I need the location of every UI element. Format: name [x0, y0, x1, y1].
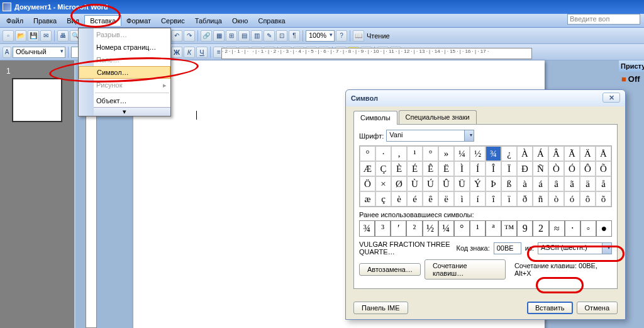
symbol-cell[interactable]: Ý — [470, 176, 486, 191]
symbol-cell[interactable]: ¼ — [454, 146, 470, 161]
read-layout-button[interactable]: 📖 — [353, 30, 364, 42]
symbol-cell[interactable]: ã — [564, 176, 580, 191]
hyperlink-button[interactable]: 🔗 — [201, 30, 212, 42]
style-combo[interactable]: Обычный — [13, 47, 65, 58]
symbol-cell[interactable]: ë — [438, 191, 454, 206]
symbol-cell[interactable]: ó — [564, 191, 580, 206]
drawing-button[interactable]: ✎ — [264, 30, 275, 42]
symbol-cell[interactable]: Û — [438, 176, 454, 191]
recent-symbol-cell[interactable]: · — [565, 220, 580, 237]
new-doc-button[interactable]: ▫ — [3, 30, 14, 42]
symbol-cell[interactable]: ç — [375, 191, 391, 206]
tables-button[interactable]: ▦ — [213, 30, 225, 42]
symbol-cell[interactable]: Ä — [580, 146, 596, 161]
symbol-cell[interactable]: ï — [501, 191, 517, 206]
permission-button[interactable]: ✉ — [40, 30, 52, 42]
open-button[interactable]: 📂 — [15, 30, 26, 42]
dd-break[interactable]: Разрыв… — [79, 28, 170, 41]
symbol-cell[interactable]: Ò — [548, 161, 564, 176]
menu-help[interactable]: Справка — [253, 16, 290, 26]
symbol-cell[interactable]: à — [517, 176, 533, 191]
undo-button[interactable]: ↶ — [171, 30, 182, 42]
menu-window[interactable]: Окно — [227, 16, 253, 26]
underline-button[interactable]: Ч — [196, 47, 208, 58]
symbol-cell[interactable]: ß — [501, 176, 517, 191]
menu-insert[interactable]: Вставка — [84, 15, 121, 26]
symbol-cell[interactable]: ½ — [470, 146, 486, 161]
symbol-cell[interactable]: × — [375, 176, 391, 191]
symbol-cell[interactable]: À — [517, 146, 533, 161]
symbol-cell[interactable]: Ñ — [533, 161, 548, 176]
recent-symbol-cell[interactable]: ½ — [423, 220, 438, 237]
code-input[interactable]: 00BE — [494, 242, 521, 254]
symbol-cell[interactable]: Ü — [454, 176, 470, 191]
cancel-button[interactable]: Отмена — [577, 302, 618, 314]
menu-table[interactable]: Таблица — [190, 16, 227, 26]
symbol-cell[interactable]: ¹ — [407, 146, 423, 161]
symbol-cell[interactable]: ñ — [533, 191, 548, 206]
insert-table-button[interactable]: ⊞ — [226, 30, 237, 42]
recent-symbol-cell[interactable]: 9 — [517, 220, 533, 237]
symbol-cell[interactable]: í — [470, 191, 486, 206]
menu-view[interactable]: Вид — [62, 16, 84, 26]
symbol-cell[interactable]: á — [533, 176, 548, 191]
symbol-cell[interactable]: î — [486, 191, 501, 206]
redo-button[interactable]: ↷ — [184, 30, 195, 42]
symbol-cell[interactable]: å — [596, 176, 611, 191]
recent-symbol-cell[interactable]: ≈ — [549, 220, 565, 237]
recent-symbol-cell[interactable]: ³ — [375, 220, 391, 237]
symbol-cell[interactable]: Â — [548, 146, 564, 161]
zoom-combo[interactable]: 100% — [306, 30, 335, 42]
save-button[interactable]: 💾 — [28, 30, 39, 42]
columns-button[interactable]: ▥ — [251, 30, 262, 42]
symbol-cell[interactable]: ô — [580, 191, 596, 206]
ime-button[interactable]: Панель IME — [353, 302, 408, 314]
symbol-cell[interactable]: É — [407, 161, 423, 176]
recent-symbol-cell[interactable]: ¼ — [438, 220, 454, 237]
symbol-cell[interactable]: ¾ — [486, 146, 501, 161]
recent-symbol-cell[interactable]: ● — [596, 220, 612, 237]
symbol-cell[interactable]: ê — [423, 191, 438, 206]
tab-symbols[interactable]: Символы — [353, 111, 397, 125]
shortcut-button[interactable]: Сочетание клавиш… — [425, 259, 506, 280]
symbol-cell[interactable]: · — [375, 146, 391, 161]
recent-symbol-cell[interactable]: 2 — [533, 220, 548, 237]
symbol-cell[interactable]: Ø — [391, 176, 407, 191]
office-online[interactable]: ■ Off — [619, 72, 644, 86]
menu-tools[interactable]: Сервис — [156, 16, 190, 26]
close-button[interactable]: ✕ — [602, 93, 620, 103]
symbol-cell[interactable]: è — [391, 191, 407, 206]
symbol-cell[interactable]: ¿ — [501, 146, 517, 161]
help-button[interactable]: ? — [336, 30, 347, 42]
symbol-cell[interactable]: Î — [486, 161, 501, 176]
symbol-cell[interactable]: Ð — [517, 161, 533, 176]
page-thumbnail[interactable] — [12, 78, 62, 122]
dd-object[interactable]: Объект… — [79, 94, 170, 107]
symbol-cell[interactable]: Ù — [407, 176, 423, 191]
recent-symbol-cell[interactable]: ◦ — [580, 220, 596, 237]
dialog-title[interactable]: Символ ✕ — [346, 90, 625, 106]
symbol-cell[interactable]: æ — [360, 191, 375, 206]
menu-edit[interactable]: Правка — [28, 16, 62, 26]
symbol-cell[interactable]: Ï — [501, 161, 517, 176]
symbol-cell[interactable]: â — [548, 176, 564, 191]
recent-symbol-cell[interactable]: ° — [454, 220, 470, 237]
symbol-cell[interactable]: Ã — [564, 146, 580, 161]
symbol-cell[interactable]: Õ — [596, 161, 611, 176]
from-combo[interactable]: ASCII (шестн.) — [538, 242, 612, 254]
print-button[interactable]: 🖶 — [57, 30, 69, 42]
font-combo[interactable]: Vani — [386, 130, 474, 142]
symbol-cell[interactable]: Ì — [454, 161, 470, 176]
insert-button[interactable]: Вставить — [527, 302, 573, 314]
symbol-cell[interactable]: Ú — [423, 176, 438, 191]
symbol-cell[interactable]: é — [407, 191, 423, 206]
recent-symbol-cell[interactable]: ¾ — [359, 220, 375, 237]
menu-file[interactable]: Файл — [1, 16, 28, 26]
bold-button[interactable]: Ж — [171, 47, 182, 58]
symbol-cell[interactable]: Å — [596, 146, 611, 161]
styles-button[interactable]: A — [3, 47, 11, 58]
symbol-cell[interactable]: Ê — [423, 161, 438, 176]
docmap-button[interactable]: ⊡ — [276, 30, 287, 42]
recent-symbol-cell[interactable]: ª — [486, 220, 501, 237]
menu-format[interactable]: Формат — [121, 16, 156, 26]
